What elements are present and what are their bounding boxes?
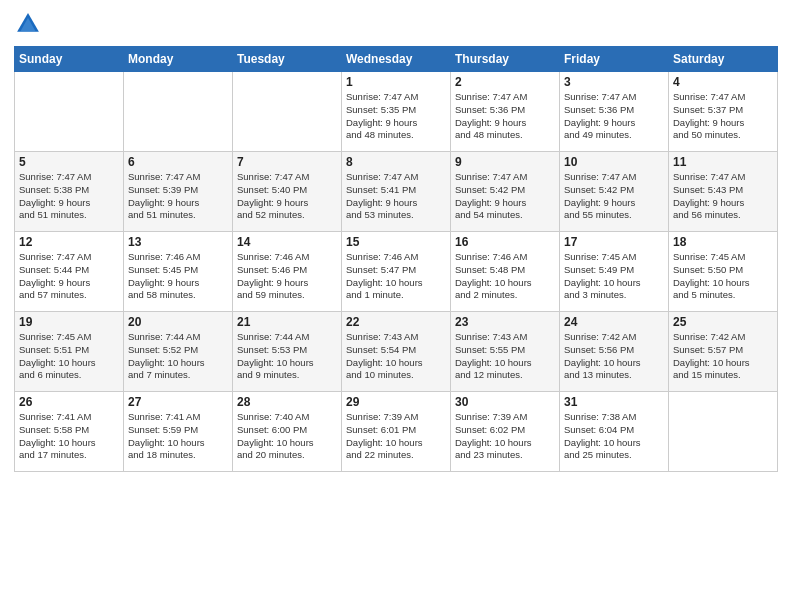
calendar-day-header: Monday <box>124 47 233 72</box>
calendar-cell: 6Sunrise: 7:47 AM Sunset: 5:39 PM Daylig… <box>124 152 233 232</box>
calendar-cell: 26Sunrise: 7:41 AM Sunset: 5:58 PM Dayli… <box>15 392 124 472</box>
calendar-cell: 23Sunrise: 7:43 AM Sunset: 5:55 PM Dayli… <box>451 312 560 392</box>
day-info: Sunrise: 7:46 AM Sunset: 5:45 PM Dayligh… <box>128 251 228 302</box>
day-info: Sunrise: 7:47 AM Sunset: 5:38 PM Dayligh… <box>19 171 119 222</box>
day-number: 29 <box>346 395 446 409</box>
day-info: Sunrise: 7:47 AM Sunset: 5:37 PM Dayligh… <box>673 91 773 142</box>
calendar-week-row: 1Sunrise: 7:47 AM Sunset: 5:35 PM Daylig… <box>15 72 778 152</box>
calendar-cell: 17Sunrise: 7:45 AM Sunset: 5:49 PM Dayli… <box>560 232 669 312</box>
day-number: 24 <box>564 315 664 329</box>
day-number: 12 <box>19 235 119 249</box>
day-info: Sunrise: 7:40 AM Sunset: 6:00 PM Dayligh… <box>237 411 337 462</box>
calendar-cell: 13Sunrise: 7:46 AM Sunset: 5:45 PM Dayli… <box>124 232 233 312</box>
calendar-day-header: Sunday <box>15 47 124 72</box>
calendar-cell <box>233 72 342 152</box>
day-info: Sunrise: 7:46 AM Sunset: 5:48 PM Dayligh… <box>455 251 555 302</box>
calendar-cell: 20Sunrise: 7:44 AM Sunset: 5:52 PM Dayli… <box>124 312 233 392</box>
day-number: 27 <box>128 395 228 409</box>
day-number: 10 <box>564 155 664 169</box>
calendar-day-header: Thursday <box>451 47 560 72</box>
day-number: 9 <box>455 155 555 169</box>
day-info: Sunrise: 7:45 AM Sunset: 5:49 PM Dayligh… <box>564 251 664 302</box>
calendar-cell: 18Sunrise: 7:45 AM Sunset: 5:50 PM Dayli… <box>669 232 778 312</box>
calendar-table: SundayMondayTuesdayWednesdayThursdayFrid… <box>14 46 778 472</box>
calendar-cell <box>15 72 124 152</box>
day-info: Sunrise: 7:47 AM Sunset: 5:35 PM Dayligh… <box>346 91 446 142</box>
logo <box>14 10 46 38</box>
header <box>14 10 778 38</box>
day-info: Sunrise: 7:42 AM Sunset: 5:56 PM Dayligh… <box>564 331 664 382</box>
calendar-cell: 27Sunrise: 7:41 AM Sunset: 5:59 PM Dayli… <box>124 392 233 472</box>
calendar-cell: 28Sunrise: 7:40 AM Sunset: 6:00 PM Dayli… <box>233 392 342 472</box>
day-info: Sunrise: 7:47 AM Sunset: 5:43 PM Dayligh… <box>673 171 773 222</box>
day-info: Sunrise: 7:47 AM Sunset: 5:42 PM Dayligh… <box>564 171 664 222</box>
day-number: 21 <box>237 315 337 329</box>
day-number: 26 <box>19 395 119 409</box>
day-number: 31 <box>564 395 664 409</box>
calendar-day-header: Friday <box>560 47 669 72</box>
calendar-cell: 31Sunrise: 7:38 AM Sunset: 6:04 PM Dayli… <box>560 392 669 472</box>
day-number: 13 <box>128 235 228 249</box>
calendar-cell: 2Sunrise: 7:47 AM Sunset: 5:36 PM Daylig… <box>451 72 560 152</box>
day-info: Sunrise: 7:47 AM Sunset: 5:36 PM Dayligh… <box>455 91 555 142</box>
day-info: Sunrise: 7:47 AM Sunset: 5:40 PM Dayligh… <box>237 171 337 222</box>
day-number: 15 <box>346 235 446 249</box>
day-info: Sunrise: 7:44 AM Sunset: 5:52 PM Dayligh… <box>128 331 228 382</box>
day-number: 28 <box>237 395 337 409</box>
calendar-cell: 19Sunrise: 7:45 AM Sunset: 5:51 PM Dayli… <box>15 312 124 392</box>
calendar-cell: 3Sunrise: 7:47 AM Sunset: 5:36 PM Daylig… <box>560 72 669 152</box>
day-info: Sunrise: 7:44 AM Sunset: 5:53 PM Dayligh… <box>237 331 337 382</box>
calendar-cell: 11Sunrise: 7:47 AM Sunset: 5:43 PM Dayli… <box>669 152 778 232</box>
day-number: 11 <box>673 155 773 169</box>
day-info: Sunrise: 7:39 AM Sunset: 6:02 PM Dayligh… <box>455 411 555 462</box>
calendar-day-header: Tuesday <box>233 47 342 72</box>
calendar-cell: 12Sunrise: 7:47 AM Sunset: 5:44 PM Dayli… <box>15 232 124 312</box>
calendar-cell <box>669 392 778 472</box>
calendar-header-row: SundayMondayTuesdayWednesdayThursdayFrid… <box>15 47 778 72</box>
day-number: 3 <box>564 75 664 89</box>
day-number: 19 <box>19 315 119 329</box>
day-number: 14 <box>237 235 337 249</box>
day-number: 16 <box>455 235 555 249</box>
calendar-cell <box>124 72 233 152</box>
calendar-cell: 22Sunrise: 7:43 AM Sunset: 5:54 PM Dayli… <box>342 312 451 392</box>
day-info: Sunrise: 7:38 AM Sunset: 6:04 PM Dayligh… <box>564 411 664 462</box>
calendar-cell: 30Sunrise: 7:39 AM Sunset: 6:02 PM Dayli… <box>451 392 560 472</box>
calendar-cell: 16Sunrise: 7:46 AM Sunset: 5:48 PM Dayli… <box>451 232 560 312</box>
day-number: 4 <box>673 75 773 89</box>
calendar-cell: 7Sunrise: 7:47 AM Sunset: 5:40 PM Daylig… <box>233 152 342 232</box>
calendar-day-header: Wednesday <box>342 47 451 72</box>
day-info: Sunrise: 7:39 AM Sunset: 6:01 PM Dayligh… <box>346 411 446 462</box>
logo-icon <box>14 10 42 38</box>
day-info: Sunrise: 7:46 AM Sunset: 5:46 PM Dayligh… <box>237 251 337 302</box>
calendar-cell: 5Sunrise: 7:47 AM Sunset: 5:38 PM Daylig… <box>15 152 124 232</box>
calendar-week-row: 12Sunrise: 7:47 AM Sunset: 5:44 PM Dayli… <box>15 232 778 312</box>
day-number: 30 <box>455 395 555 409</box>
calendar-cell: 24Sunrise: 7:42 AM Sunset: 5:56 PM Dayli… <box>560 312 669 392</box>
day-info: Sunrise: 7:42 AM Sunset: 5:57 PM Dayligh… <box>673 331 773 382</box>
day-number: 25 <box>673 315 773 329</box>
calendar-cell: 21Sunrise: 7:44 AM Sunset: 5:53 PM Dayli… <box>233 312 342 392</box>
calendar-cell: 10Sunrise: 7:47 AM Sunset: 5:42 PM Dayli… <box>560 152 669 232</box>
calendar-cell: 15Sunrise: 7:46 AM Sunset: 5:47 PM Dayli… <box>342 232 451 312</box>
day-number: 1 <box>346 75 446 89</box>
calendar-cell: 1Sunrise: 7:47 AM Sunset: 5:35 PM Daylig… <box>342 72 451 152</box>
day-number: 17 <box>564 235 664 249</box>
day-number: 2 <box>455 75 555 89</box>
day-info: Sunrise: 7:43 AM Sunset: 5:55 PM Dayligh… <box>455 331 555 382</box>
day-number: 6 <box>128 155 228 169</box>
day-info: Sunrise: 7:47 AM Sunset: 5:41 PM Dayligh… <box>346 171 446 222</box>
day-info: Sunrise: 7:45 AM Sunset: 5:51 PM Dayligh… <box>19 331 119 382</box>
day-info: Sunrise: 7:47 AM Sunset: 5:36 PM Dayligh… <box>564 91 664 142</box>
day-info: Sunrise: 7:41 AM Sunset: 5:58 PM Dayligh… <box>19 411 119 462</box>
day-info: Sunrise: 7:45 AM Sunset: 5:50 PM Dayligh… <box>673 251 773 302</box>
day-number: 18 <box>673 235 773 249</box>
calendar-cell: 14Sunrise: 7:46 AM Sunset: 5:46 PM Dayli… <box>233 232 342 312</box>
calendar-week-row: 5Sunrise: 7:47 AM Sunset: 5:38 PM Daylig… <box>15 152 778 232</box>
calendar-week-row: 26Sunrise: 7:41 AM Sunset: 5:58 PM Dayli… <box>15 392 778 472</box>
day-number: 7 <box>237 155 337 169</box>
calendar-cell: 25Sunrise: 7:42 AM Sunset: 5:57 PM Dayli… <box>669 312 778 392</box>
page: SundayMondayTuesdayWednesdayThursdayFrid… <box>0 0 792 612</box>
calendar-cell: 4Sunrise: 7:47 AM Sunset: 5:37 PM Daylig… <box>669 72 778 152</box>
day-info: Sunrise: 7:43 AM Sunset: 5:54 PM Dayligh… <box>346 331 446 382</box>
